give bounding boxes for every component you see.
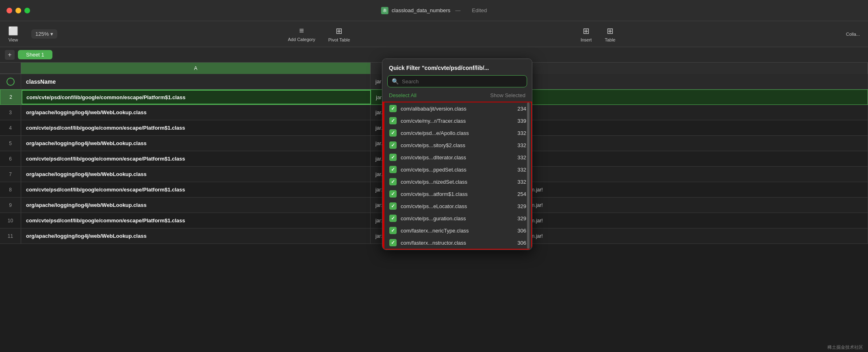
row-num-6: 6 — [0, 151, 21, 166]
quick-filter-list: com/alibaba/jit/version.class 234 com/cv… — [382, 102, 532, 250]
filter-list-item[interactable]: com/cvte/psd...e/Apollo.class 332 — [383, 127, 531, 139]
cell-8-a[interactable]: com/cvte/psd/conf/lib/google/common/esca… — [21, 182, 371, 197]
filter-class-name: com/cvte/ps...atform$1.class — [401, 191, 510, 197]
maximize-button[interactable] — [24, 8, 30, 13]
file-icon: 表 — [381, 7, 388, 14]
row-num-8: 8 — [0, 182, 21, 197]
table-label: Table — [605, 37, 615, 42]
cell-9-a[interactable]: org/apache/logging/log4j/web/WebLookup.c… — [21, 198, 371, 213]
deselect-all-button[interactable]: Deselect All — [389, 92, 417, 98]
filter-checkbox[interactable] — [389, 178, 397, 185]
minimize-button[interactable] — [15, 8, 21, 13]
filter-list-item[interactable]: com/cvte/ps...eLocator.class 329 — [383, 200, 531, 212]
filter-checkbox[interactable] — [389, 154, 397, 161]
cell-11-a[interactable]: org/apache/logging/log4j/web/WebLookup.c… — [21, 228, 371, 243]
filter-checkbox[interactable] — [389, 190, 397, 198]
filter-count: 329 — [513, 203, 526, 209]
toolbar: ⬜ View 125% ▾ ≡ Add Category ⊞ Pivot Tab… — [0, 21, 868, 47]
collab-label: Colla... — [846, 32, 860, 37]
row-num-spacer — [0, 63, 21, 74]
insert-icon: ⊞ — [583, 26, 590, 36]
search-input[interactable] — [402, 78, 523, 85]
filter-checkbox[interactable] — [389, 166, 397, 173]
filter-class-name: com/alibaba/jit/version.class — [401, 106, 510, 112]
filter-list-item[interactable]: com/cvte/ps...dIterator.class 332 — [383, 151, 531, 163]
filter-list-item[interactable]: com/cvte/ps...nizedSet.class 332 — [383, 176, 531, 188]
filter-list-item[interactable]: com/cvte/ps...sitory$2.class 332 — [383, 139, 531, 151]
filter-class-name: com/cvte/ps...dIterator.class — [401, 154, 510, 161]
table-button[interactable]: ⊞ Table — [605, 26, 615, 42]
zoom-control[interactable]: 125% ▾ — [31, 29, 57, 39]
sidebar-icon: ⬜ — [8, 26, 18, 36]
view-button[interactable]: ⬜ View — [8, 26, 18, 42]
table-icon: ⊞ — [607, 26, 614, 36]
filter-count: 332 — [513, 167, 526, 173]
filter-class-name: com/cvte/my...r/Tracer.class — [401, 118, 510, 124]
filter-list-item[interactable]: com/cvte/ps...ppedSet.class 332 — [383, 163, 531, 176]
filter-count: 306 — [513, 240, 526, 246]
filter-list-item[interactable]: com/fasterx...nstructor.class 306 — [383, 237, 531, 249]
quick-filter-popup: Quick Filter "com/cvte/psd/conf/lib/... … — [382, 59, 532, 250]
close-button[interactable] — [7, 8, 12, 13]
add-category-button[interactable]: ≡ Add Category — [288, 26, 315, 42]
show-selected-button[interactable]: Show Selected — [490, 92, 525, 98]
filter-list-item[interactable]: com/alibaba/jit/version.class 234 — [383, 102, 531, 115]
quick-filter-search-bar[interactable]: 🔍 — [387, 75, 527, 87]
filename: classload_data_numbers — [392, 7, 451, 13]
filter-checkbox[interactable] — [389, 117, 397, 124]
filter-count: 234 — [513, 106, 526, 112]
header-cell-classname: className — [21, 74, 371, 89]
filter-count: 332 — [513, 142, 526, 148]
pivot-icon: ⊞ — [336, 26, 343, 36]
row-num-9: 9 — [0, 198, 21, 213]
collab-button[interactable]: Colla... — [846, 32, 860, 37]
scrollbar[interactable] — [527, 102, 529, 249]
row-num-10: 10 — [0, 213, 21, 228]
cell-2-a[interactable]: com/cvte/psd/conf/lib/google/common/esca… — [22, 90, 371, 104]
pivot-table-button[interactable]: ⊞ Pivot Table — [328, 26, 350, 42]
filter-checkbox[interactable] — [389, 105, 397, 112]
add-sheet-button[interactable]: + — [5, 50, 15, 60]
filter-checkbox[interactable] — [389, 202, 397, 210]
spreadsheet: A B className jar 次数 2 com/cvte/psd/conf… — [0, 63, 868, 352]
pivot-label: Pivot Table — [328, 37, 350, 42]
cell-10-a[interactable]: com/cvte/psd/conf/lib/google/common/esca… — [21, 213, 371, 228]
titlebar-center: 表 classload_data_numbers — Edited — [381, 7, 487, 14]
filter-checkbox[interactable] — [389, 141, 397, 149]
filter-checkbox[interactable] — [389, 239, 397, 246]
circle-indicator — [7, 78, 15, 86]
filter-checkbox[interactable] — [389, 215, 397, 222]
filter-class-name: com/cvte/ps...nizedSet.class — [401, 179, 510, 185]
header-circle — [0, 74, 21, 89]
row-num-5: 5 — [0, 136, 21, 151]
add-category-label: Add Category — [288, 37, 315, 42]
sheet-tab-1[interactable]: Sheet 1 — [18, 50, 52, 59]
cell-5-a[interactable]: org/apache/logging/log4j/web/WebLookup.c… — [21, 136, 371, 151]
chevron-down-icon: ▾ — [50, 31, 53, 37]
search-icon: 🔍 — [392, 78, 399, 85]
col-header-a[interactable]: A — [21, 63, 371, 74]
filter-count: 332 — [513, 130, 526, 136]
filter-list-item[interactable]: com/fasterx...nericType.class 306 — [383, 224, 531, 237]
cell-7-a[interactable]: org/apache/logging/log4j/web/WebLookup.c… — [21, 167, 371, 182]
filter-count: 306 — [513, 228, 526, 234]
filter-list-item[interactable]: com/cvte/ps...atform$1.class 254 — [383, 188, 531, 200]
watermark: 稀土掘金技术社区 — [827, 344, 863, 350]
cell-6-a[interactable]: com/cvte/psd/conf/lib/google/common/esca… — [21, 151, 371, 166]
filter-checkbox[interactable] — [389, 129, 397, 137]
filter-class-name: com/cvte/psd...e/Apollo.class — [401, 130, 510, 136]
filter-count: 329 — [513, 215, 526, 222]
filter-list-item[interactable]: com/cvte/my...r/Tracer.class 339 — [383, 115, 531, 127]
filter-list-item[interactable]: com/cvte/ps...guration.class 329 — [383, 212, 531, 224]
insert-button[interactable]: ⊞ Insert — [581, 26, 592, 42]
cell-4-a[interactable]: com/cvte/psd/conf/lib/google/common/esca… — [21, 120, 371, 135]
cell-3-a[interactable]: org/apache/logging/log4j/web/WebLookup.c… — [21, 105, 371, 120]
filter-class-name: com/cvte/ps...guration.class — [401, 215, 510, 222]
row-num-2: 2 — [0, 90, 22, 104]
row-num-4: 4 — [0, 120, 21, 135]
filter-count: 254 — [513, 191, 526, 197]
row-num-7: 7 — [0, 167, 21, 182]
quick-filter-actions: Deselect All Show Selected — [382, 91, 532, 102]
edited-label: Edited — [472, 7, 487, 13]
filter-checkbox[interactable] — [389, 227, 397, 234]
